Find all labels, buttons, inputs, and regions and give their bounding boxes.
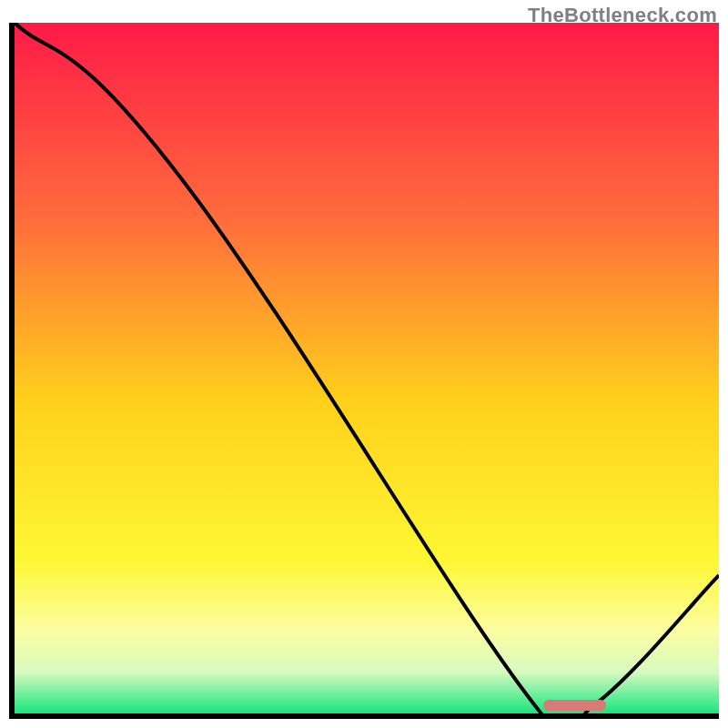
chart-frame: TheBottleneck.com: [0, 0, 728, 728]
gradient-background: [15, 23, 719, 713]
optimal-range-marker: [543, 700, 607, 711]
plot-area: [15, 23, 719, 713]
chart-svg: [15, 23, 719, 713]
x-axis: [9, 713, 719, 719]
